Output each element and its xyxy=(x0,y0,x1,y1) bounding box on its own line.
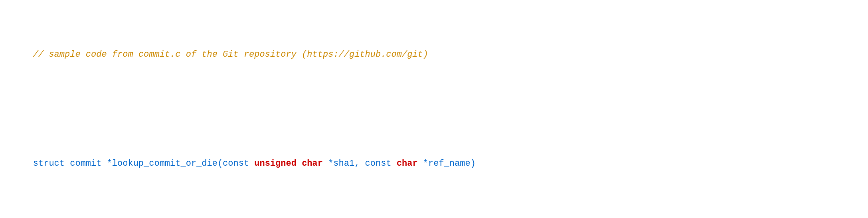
char-keyword1: char xyxy=(302,159,323,168)
comment-line: // sample code from commit.c of the Git … xyxy=(12,34,856,75)
blank-line xyxy=(12,103,856,116)
refname-param: *ref_name) xyxy=(418,159,476,168)
function-signature-line: struct commit *lookup_commit_or_die(cons… xyxy=(12,143,856,184)
struct-keyword: struct commit *lookup_commit_or_die(cons… xyxy=(33,159,255,168)
char-keyword2: char xyxy=(397,159,418,168)
unsigned-keyword: unsigned xyxy=(254,159,297,168)
sha1-param: *sha1, const xyxy=(323,159,397,168)
comment-text: // sample code from commit.c of the Git … xyxy=(33,50,428,59)
space1 xyxy=(297,159,302,168)
code-container: // sample code from commit.c of the Git … xyxy=(12,7,856,218)
open-brace-line: { xyxy=(12,211,856,218)
